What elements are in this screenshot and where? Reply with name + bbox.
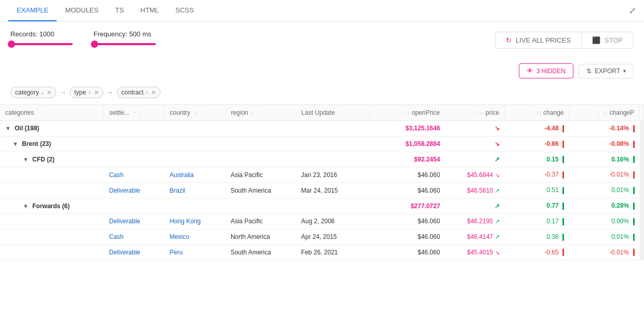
sort-icons-3[interactable]: ↑↓ bbox=[536, 110, 542, 116]
expand-cfd-icon[interactable]: ▼ bbox=[23, 156, 29, 163]
price-arrow-cell: ↗ bbox=[445, 152, 504, 167]
change-bar bbox=[562, 156, 564, 163]
tab-ts[interactable]: TS bbox=[107, 0, 132, 21]
col-header-change-p[interactable]: ⋮↑↓ changeP bbox=[569, 105, 640, 121]
change-cell: 0.36 bbox=[505, 229, 569, 245]
sort-icons-4[interactable]: ↑↓ bbox=[602, 110, 608, 116]
col-header-categories[interactable]: categories ⋮ bbox=[0, 105, 104, 121]
expand-icon[interactable]: ⤢ bbox=[629, 6, 636, 16]
open-price-cell: $1,058.2884 bbox=[370, 136, 446, 152]
col-header-country[interactable]: country ↑⋮ bbox=[164, 105, 225, 121]
settle-link[interactable]: Deliverable bbox=[109, 218, 140, 225]
region-cell: Asia Pacific bbox=[225, 213, 296, 229]
col-header-change[interactable]: ⋮↑↓ change bbox=[505, 105, 569, 121]
group-cell-oil[interactable]: ▼ Oil (198) bbox=[0, 121, 104, 137]
tab-html[interactable]: HTML bbox=[132, 0, 167, 21]
sort-up-icon[interactable]: ↑ bbox=[133, 110, 136, 116]
col-header-last-update[interactable]: Last Update ⋮ bbox=[296, 105, 370, 121]
live-label: LIVE ALL PRICES bbox=[516, 36, 571, 44]
col-menu-icon-2[interactable]: ⋮ bbox=[137, 110, 142, 116]
remove-contract-filter[interactable]: ✕ bbox=[151, 89, 156, 96]
change-p-bar bbox=[633, 141, 635, 148]
empty-cell bbox=[225, 136, 296, 152]
col-menu-icon-4[interactable]: ⋮ bbox=[256, 110, 261, 116]
live-stop-buttons: ↻ LIVE ALL PRICES ⬛ STOP bbox=[495, 30, 634, 50]
tab-scss[interactable]: SCSS bbox=[167, 0, 202, 21]
live-all-prices-button[interactable]: ↻ LIVE ALL PRICES bbox=[495, 32, 581, 49]
col-header-price[interactable]: ⋮↑↓ price bbox=[445, 105, 504, 121]
settle-link[interactable]: Deliverable bbox=[109, 187, 140, 194]
change-p-cell: 0.01% bbox=[569, 229, 640, 245]
stop-label: STOP bbox=[605, 36, 623, 44]
frequency-slider[interactable] bbox=[93, 43, 156, 45]
empty-cell bbox=[296, 121, 370, 137]
col-menu-icon-7[interactable]: ⋮ bbox=[473, 110, 478, 116]
change-p-cell: 0.01% bbox=[569, 183, 640, 198]
col-scrollbar-spacer bbox=[640, 105, 644, 121]
change-p-value: 0.01% bbox=[611, 186, 629, 194]
expand-brent-icon[interactable]: ▼ bbox=[12, 141, 18, 147]
filter-tag-type[interactable]: type ↑ ✕ bbox=[70, 87, 103, 98]
stop-button[interactable]: ⬛ STOP bbox=[581, 32, 634, 49]
group-cell-cfd[interactable]: ▼ CFD (2) bbox=[0, 152, 104, 167]
group-cell-forwards[interactable]: ▼ Forwards (6) bbox=[0, 198, 104, 214]
change-bar bbox=[562, 234, 564, 241]
sort-up-icon-country[interactable]: ↑ bbox=[194, 110, 197, 116]
country-link[interactable]: Mexico bbox=[169, 233, 189, 240]
country-link[interactable]: Australia bbox=[169, 171, 194, 179]
last-update-cell: Feb 26, 2021 bbox=[296, 245, 370, 260]
tab-modules[interactable]: MODULES bbox=[57, 0, 106, 21]
open-price-cell: $46.060 bbox=[370, 167, 446, 183]
export-icon: ⇅ bbox=[586, 68, 592, 75]
open-price-cell: $46.060 bbox=[370, 183, 446, 198]
country-link[interactable]: Brazil bbox=[169, 187, 185, 194]
filter-contract-label: contract bbox=[122, 89, 144, 96]
settle-link[interactable]: Cash bbox=[109, 171, 124, 179]
group-label-brent: Brent (23) bbox=[22, 140, 51, 147]
table-header-row: categories ⋮ settle... ↑⋮ country ↑⋮ reg… bbox=[0, 105, 644, 121]
col-header-region[interactable]: region ↑⋮ bbox=[225, 105, 296, 121]
sort-icons[interactable]: ↑↓ bbox=[405, 110, 410, 116]
settle-link[interactable]: Cash bbox=[109, 233, 124, 240]
col-menu-icon-6[interactable]: ⋮ bbox=[398, 110, 404, 116]
change-p-value: 0.28% bbox=[611, 202, 629, 209]
change-value: -4.48 bbox=[544, 125, 558, 132]
hidden-label: 3 HIDDEN bbox=[536, 68, 566, 75]
remove-category-filter[interactable]: ✕ bbox=[47, 89, 51, 96]
col-menu-icon-9[interactable]: ⋮ bbox=[596, 110, 601, 116]
country-link[interactable]: Peru bbox=[169, 249, 182, 256]
expand-oil-icon[interactable]: ▼ bbox=[5, 125, 11, 131]
table-row: Deliverable Brazil South America Mar 24,… bbox=[0, 183, 644, 198]
price-value: $46.5610 bbox=[467, 187, 493, 194]
hidden-columns-button[interactable]: 👁 3 HIDDEN bbox=[519, 63, 573, 78]
empty-cell bbox=[164, 152, 225, 167]
change-p-value: -0.08% bbox=[609, 140, 629, 147]
export-button[interactable]: ⇅ EXPORT ▾ bbox=[579, 64, 634, 78]
records-slider[interactable] bbox=[10, 43, 73, 45]
expand-forwards-icon[interactable]: ▼ bbox=[23, 203, 29, 209]
settle-cell: Deliverable bbox=[104, 245, 164, 260]
col-menu-icon-8[interactable]: ⋮ bbox=[530, 110, 535, 116]
col-menu-icon-3[interactable]: ⋮ bbox=[198, 110, 203, 116]
col-menu-icon-5[interactable]: ⋮ bbox=[339, 110, 344, 116]
country-link[interactable]: Hong Kong bbox=[169, 218, 200, 225]
frequency-control: Frequency: 500 ms bbox=[93, 30, 156, 45]
filter-tag-category[interactable]: category ↓ ✕ bbox=[10, 87, 56, 98]
col-header-settle[interactable]: settle... ↑⋮ bbox=[104, 105, 164, 121]
sort-up-icon-2: ↑ bbox=[145, 90, 148, 96]
country-cell: Peru bbox=[164, 245, 225, 260]
sort-up-icon-region[interactable]: ↑ bbox=[252, 110, 254, 116]
tab-example[interactable]: EXAMPLE bbox=[8, 0, 57, 21]
open-price-cell: $277.0727 bbox=[370, 198, 446, 214]
sort-icons-2[interactable]: ↑↓ bbox=[479, 110, 484, 116]
records-label: Records: 1000 bbox=[10, 30, 73, 38]
empty-cell bbox=[296, 198, 370, 214]
filter-tag-contract[interactable]: contract ↑ ✕ bbox=[117, 87, 161, 98]
group-cell-brent[interactable]: ▼ Brent (23) bbox=[0, 136, 104, 152]
col-header-open-price[interactable]: ⋮↑↓ openPrice bbox=[370, 105, 446, 121]
settle-link[interactable]: Deliverable bbox=[109, 249, 140, 256]
remove-type-filter[interactable]: ✕ bbox=[94, 89, 99, 96]
col-menu-icon[interactable]: ⋮ bbox=[38, 110, 43, 116]
change-value: -0.65 bbox=[544, 249, 558, 256]
change-value: 0.15 bbox=[546, 156, 558, 163]
